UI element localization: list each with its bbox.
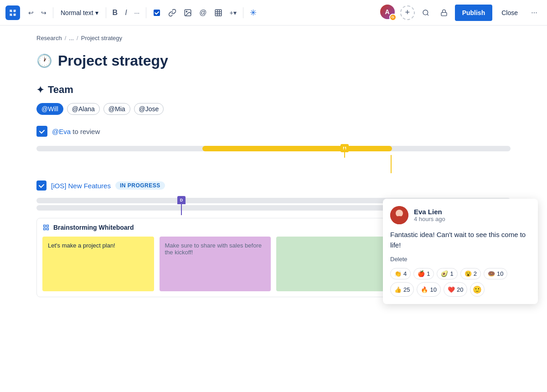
redo-button[interactable]: ↪: [38, 5, 49, 20]
reaction-heart-emoji: ❤️: [448, 286, 455, 293]
reaction-wow-emoji: 😮: [464, 270, 472, 277]
checkbox-row: @Eva to review: [36, 126, 511, 137]
marker-d-wrap: D: [177, 196, 186, 215]
reaction-clap-count: 4: [403, 270, 407, 277]
reaction-heart[interactable]: ❤️20: [444, 282, 467, 297]
add-collaborator-button[interactable]: +: [400, 5, 415, 20]
comment-popup: Eva Lien 4 hours ago Fantastic idea! Can…: [383, 199, 538, 304]
undo-button[interactable]: ↩: [26, 5, 36, 20]
breadcrumb-sep-1: /: [65, 35, 67, 41]
avatar-initials: A: [385, 8, 390, 15]
bold-button[interactable]: B: [110, 5, 121, 20]
page-title-icon: 🕐: [36, 53, 52, 68]
checkbox-text: @Eva to review: [52, 128, 100, 135]
checkbox-label: to review: [72, 128, 100, 135]
reaction-donut[interactable]: 🍩10: [484, 268, 507, 279]
add-reaction-button[interactable]: 🙂: [470, 282, 485, 297]
sticky-note-2[interactable]: Make sure to share with sales before the…: [160, 237, 271, 291]
gantt-area: M: [36, 146, 511, 173]
toolbar-right: A G + Publish Close ···: [380, 5, 542, 21]
page-title[interactable]: Project strategy: [58, 52, 168, 69]
whiteboard-label: Brainstorming Whiteboard: [53, 224, 134, 231]
ios-task-status: IN PROGRESS: [115, 181, 165, 190]
link-button[interactable]: [165, 5, 179, 20]
close-label: Close: [501, 9, 518, 16]
image-button[interactable]: [181, 5, 195, 20]
chevron-down-icon: ▾: [95, 9, 98, 16]
svg-point-2: [186, 11, 187, 12]
italic-button[interactable]: I: [122, 5, 129, 20]
comment-author-info: Eva Lien 4 hours ago: [414, 208, 445, 222]
content-area: Research / ... / Project strategy 🕐 Proj…: [0, 26, 547, 392]
task-button[interactable]: [150, 5, 164, 20]
editor[interactable]: Research / ... / Project strategy 🕐 Proj…: [0, 26, 547, 392]
publish-label: Publish: [462, 9, 485, 16]
comment-avatar: [390, 206, 408, 224]
text-style-label: Normal text: [61, 9, 93, 16]
sticky-note-1[interactable]: Let's make a project plan!: [42, 237, 154, 291]
breadcrumb: Research / ... / Project strategy: [36, 35, 511, 41]
reaction-apple-emoji: 🍎: [418, 270, 425, 277]
page-title-row: 🕐 Project strategy: [36, 52, 511, 69]
team-label: Team: [48, 84, 73, 96]
user-avatar-wrap: A G: [380, 5, 397, 21]
mention-alana[interactable]: @Alana: [67, 103, 100, 115]
breadcrumb-sep-2: /: [77, 35, 78, 41]
reaction-apple-count: 1: [427, 270, 430, 277]
text-style-dropdown[interactable]: Normal text ▾: [57, 5, 102, 20]
divider-3: [146, 7, 146, 18]
sparkle-icon: ✦: [36, 84, 44, 95]
breadcrumb-root[interactable]: Research: [36, 35, 62, 41]
insert-button[interactable]: +▾: [227, 5, 239, 20]
restrictions-button[interactable]: [437, 5, 451, 20]
comment-author: Eva Lien: [414, 208, 445, 216]
mentions-row: @Will @Alana @Mia @Jose: [36, 103, 511, 115]
reaction-wow[interactable]: 😮2: [460, 268, 481, 279]
breadcrumb-current: Project strategy: [81, 35, 122, 41]
checkbox-checked[interactable]: [36, 126, 47, 137]
publish-button[interactable]: Publish: [455, 5, 493, 21]
comment-text: Fantastic idea! Can't wait to see this c…: [390, 230, 531, 250]
mention-mia[interactable]: @Mia: [103, 103, 130, 115]
mention-will[interactable]: @Will: [36, 103, 63, 115]
svg-point-11: [396, 210, 403, 217]
reaction-clap-emoji: 👏: [394, 270, 402, 277]
marker-d: D: [177, 196, 186, 204]
app-logo[interactable]: [5, 5, 20, 20]
svg-rect-3: [215, 10, 222, 16]
ios-task-checkbox[interactable]: [36, 181, 46, 191]
team-heading: ✦ Team: [36, 84, 511, 96]
reaction-thumbsup[interactable]: 👍25: [390, 282, 414, 297]
close-button[interactable]: Close: [496, 5, 523, 21]
reaction-avocado[interactable]: 🥑1: [437, 268, 457, 279]
checkbox-mention: @Eva: [52, 128, 71, 135]
reaction-fire[interactable]: 🔥10: [417, 282, 440, 297]
reaction-fire-emoji: 🔥: [421, 286, 428, 293]
divider-4: [243, 7, 243, 18]
sticky-note-3[interactable]: [276, 237, 388, 291]
comment-header: Eva Lien 4 hours ago: [390, 206, 531, 224]
gantt-line-m: [391, 155, 392, 173]
toolbar: ↩ ↪ Normal text ▾ B I ··· @ +▾ ✳ A G +: [0, 0, 547, 26]
mention-button[interactable]: @: [196, 5, 209, 20]
more-options-button[interactable]: ···: [527, 5, 542, 20]
reaction-avocado-count: 1: [450, 270, 453, 277]
reaction-apple[interactable]: 🍎1: [413, 268, 434, 279]
comment-delete-button[interactable]: Delete: [390, 256, 408, 263]
divider-1: [53, 7, 53, 18]
marker-m: M: [341, 144, 349, 152]
breadcrumb-ellipsis[interactable]: ...: [69, 35, 74, 41]
search-button[interactable]: [418, 5, 433, 20]
gantt-bar-yellow: M: [202, 146, 392, 151]
more-format-button[interactable]: ···: [132, 5, 143, 20]
reaction-thumbsup-count: 25: [403, 286, 410, 293]
reactions-row-2: 👍25 🔥10 ❤️20 🙂: [390, 282, 531, 297]
mention-jose[interactable]: @Jose: [134, 103, 164, 115]
reaction-clap[interactable]: 👏4: [390, 268, 411, 279]
reaction-thumbsup-emoji: 👍: [394, 286, 402, 293]
ai-button[interactable]: ✳: [247, 5, 259, 20]
ios-task-title[interactable]: [iOS] New Features: [51, 182, 111, 190]
reaction-heart-count: 20: [457, 286, 463, 293]
table-button[interactable]: [212, 5, 225, 20]
avatar-badge: G: [389, 14, 397, 21]
